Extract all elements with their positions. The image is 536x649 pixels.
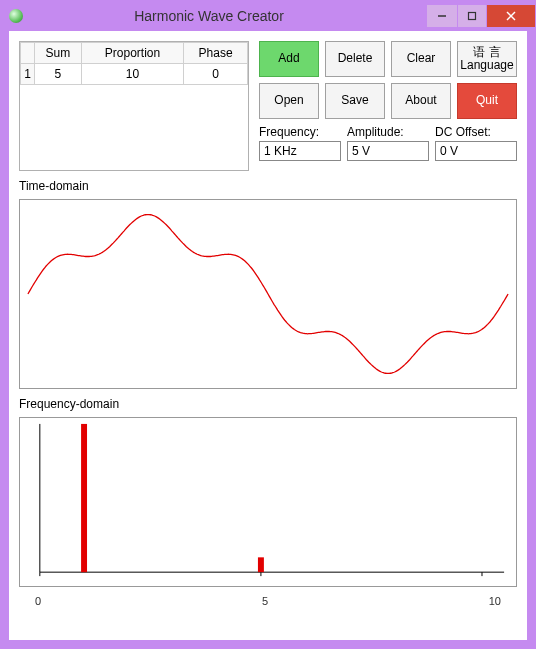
quit-button[interactable]: Quit [457, 83, 517, 119]
svg-rect-8 [258, 557, 264, 572]
time-domain-label: Time-domain [19, 179, 517, 193]
top-row: Sum Proportion Phase 1 5 10 0 Add Delete [19, 41, 517, 171]
delete-button[interactable]: Delete [325, 41, 385, 77]
table-row[interactable]: 1 5 10 0 [21, 64, 248, 85]
cell-sum[interactable]: 5 [35, 64, 82, 85]
freq-domain-label: Frequency-domain [19, 397, 517, 411]
close-icon [505, 10, 517, 22]
frequency-label: Frequency: [259, 125, 341, 139]
app-icon [9, 9, 23, 23]
cell-proportion[interactable]: 10 [81, 64, 184, 85]
col-phase[interactable]: Phase [184, 43, 248, 64]
close-button[interactable] [487, 5, 535, 27]
amplitude-label: Amplitude: [347, 125, 429, 139]
about-button[interactable]: About [391, 83, 451, 119]
save-button[interactable]: Save [325, 83, 385, 119]
dcoffset-label: DC Offset: [435, 125, 517, 139]
minimize-icon [437, 11, 447, 21]
dcoffset-input[interactable] [435, 141, 517, 161]
row-index: 1 [21, 64, 35, 85]
svg-rect-1 [469, 13, 476, 20]
frequency-input[interactable] [259, 141, 341, 161]
amplitude-input[interactable] [347, 141, 429, 161]
language-button[interactable]: 语 言 Language [457, 41, 517, 77]
app-window: Harmonic Wave Creator Sum Proportion [0, 0, 536, 649]
harmonics-table[interactable]: Sum Proportion Phase 1 5 10 0 [19, 41, 249, 171]
tick-0: 0 [35, 595, 41, 607]
maximize-button[interactable] [458, 5, 486, 27]
tick-5: 5 [262, 595, 268, 607]
time-domain-plot [19, 199, 517, 389]
tick-10: 10 [489, 595, 501, 607]
window-title: Harmonic Wave Creator [31, 8, 427, 24]
open-button[interactable]: Open [259, 83, 319, 119]
svg-rect-7 [81, 424, 87, 572]
table-corner [21, 43, 35, 64]
clear-button[interactable]: Clear [391, 41, 451, 77]
freq-domain-plot [19, 417, 517, 587]
client-area: Sum Proportion Phase 1 5 10 0 Add Delete [9, 31, 527, 640]
window-buttons [427, 5, 535, 27]
maximize-icon [467, 11, 477, 21]
cell-phase[interactable]: 0 [184, 64, 248, 85]
controls-panel: Add Delete Clear 语 言 Language Open Save … [259, 41, 517, 171]
titlebar[interactable]: Harmonic Wave Creator [1, 1, 535, 31]
add-button[interactable]: Add [259, 41, 319, 77]
col-proportion[interactable]: Proportion [81, 43, 184, 64]
language-bottom: Language [460, 59, 513, 72]
freq-axis-ticks: 0 5 10 [19, 595, 517, 607]
minimize-button[interactable] [427, 5, 457, 27]
col-sum[interactable]: Sum [35, 43, 82, 64]
